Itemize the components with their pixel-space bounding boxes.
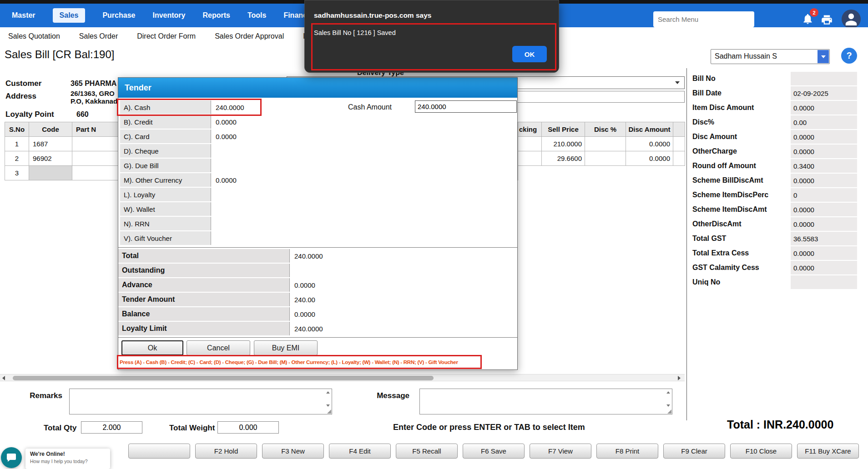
col-header-extra — [673, 122, 685, 137]
payment-label: W). Wallet — [120, 202, 211, 216]
col-header-disc-amount[interactable]: Disc Amount — [626, 122, 673, 137]
subnav-sales-order-approval[interactable]: Sales Order Approval — [215, 32, 284, 40]
payment-row-loyalty[interactable]: L). Loyalty — [120, 188, 270, 201]
nav-item-sales[interactable]: Sales — [53, 8, 86, 23]
col-header-packing[interactable]: cking — [518, 122, 542, 137]
panel-value: 0.0000 — [791, 101, 857, 115]
col-header-code[interactable]: Code — [29, 122, 72, 137]
total-weight-label: Total Weight — [169, 424, 215, 433]
payment-row-credit[interactable]: B). Credit0.0000 — [120, 115, 270, 129]
resize-handle[interactable] — [327, 409, 331, 414]
horizontal-scrollbar[interactable] — [0, 374, 685, 381]
user-avatar[interactable] — [842, 10, 861, 29]
panel-value: 36.5583 — [791, 232, 857, 245]
f4-edit-button[interactable]: F4 Edit — [329, 444, 391, 459]
cell-code-active[interactable] — [29, 166, 72, 180]
scroll-left-icon[interactable] — [2, 376, 5, 380]
f7-view-button[interactable]: F7 View — [530, 444, 591, 459]
f10-close-button[interactable]: F10 Close — [730, 444, 792, 459]
nav-item-reports[interactable]: Reports — [202, 11, 230, 20]
cell-disc-pct[interactable] — [585, 151, 626, 166]
col-header-sno[interactable]: S.No — [5, 122, 29, 137]
resize-handle[interactable] — [667, 409, 671, 414]
payment-row-other-currency[interactable]: M). Other Currency0.0000 — [120, 173, 270, 187]
chevron-down-icon — [675, 81, 680, 84]
tender-payment-list: A). Cash240.0000 B). Credit0.0000 C). Ca… — [120, 100, 270, 246]
loyalty-point-value: 660 — [76, 110, 89, 119]
cell-sell-price[interactable]: 210.0000 — [542, 137, 585, 151]
payment-label: V). Gift Voucher — [120, 231, 211, 245]
message-input[interactable] — [420, 389, 672, 414]
loyalty-point-label: Loyalty Point — [5, 110, 54, 119]
cell-packing[interactable] — [518, 151, 542, 166]
cell-disc-pct[interactable] — [585, 137, 626, 151]
total-weight-input[interactable] — [217, 421, 279, 434]
total-qty-label: Total Qty — [44, 424, 76, 433]
chat-widget-button[interactable] — [1, 447, 22, 468]
summary-label: Total — [118, 249, 290, 263]
cell-disc-amount[interactable]: 0.0000 — [626, 137, 673, 151]
search-input[interactable] — [653, 11, 754, 27]
scroll-up-icon[interactable] — [666, 391, 670, 394]
panel-value: 02-09-2025 — [791, 86, 857, 100]
payment-row-rrn[interactable]: N). RRN — [120, 217, 270, 230]
payment-row-cheque[interactable]: D). Cheque — [120, 144, 270, 158]
cell-packing[interactable] — [518, 137, 542, 151]
scroll-down-icon[interactable] — [666, 404, 670, 407]
nav-item-master[interactable]: Master — [12, 11, 35, 20]
col-header-disc-pct[interactable]: Disc % — [585, 122, 626, 137]
f2-hold-button[interactable]: F2 Hold — [195, 444, 257, 459]
dialog-ok-button[interactable]: OK — [512, 46, 547, 62]
dialog-message-text: Sales Bill No [ 1216 ] Saved — [314, 29, 396, 36]
chevron-down-icon[interactable] — [818, 50, 829, 63]
cell-code[interactable]: 96902 — [29, 151, 72, 166]
f11-buy-xcare-button[interactable]: F11 Buy XCare — [797, 444, 859, 459]
panel-label: GST Calamity Cess — [691, 264, 791, 272]
printer-icon[interactable] — [821, 14, 833, 26]
f8-print-button[interactable]: F8 Print — [596, 444, 658, 459]
payment-label: L). Loyalty — [120, 188, 211, 201]
cell-code[interactable]: 1687 — [29, 137, 72, 151]
nav-item-inventory[interactable]: Inventory — [152, 11, 185, 20]
scrollbar-thumb[interactable] — [13, 376, 434, 380]
scroll-up-icon[interactable] — [326, 391, 330, 394]
nav-item-tools[interactable]: Tools — [247, 11, 266, 20]
scroll-down-icon[interactable] — [326, 404, 330, 407]
total-qty-input[interactable] — [81, 421, 142, 434]
help-button[interactable]: ? — [841, 48, 857, 64]
subnav-direct-order-form[interactable]: Direct Order Form — [137, 32, 196, 40]
chat-status-card[interactable]: We're Online! How may I help you today? — [25, 449, 110, 469]
remarks-input[interactable] — [70, 389, 332, 414]
payment-row-card[interactable]: C). Card0.0000 — [120, 130, 270, 143]
tender-buy-emi-button[interactable]: Buy EMI — [254, 340, 318, 355]
payment-row-due-bill[interactable]: G). Due Bill — [120, 159, 270, 172]
tender-ok-button[interactable]: Ok — [121, 340, 183, 355]
col-header-sell-price[interactable]: Sell Price — [542, 122, 585, 137]
cell-sell-price[interactable]: 29.6600 — [542, 151, 585, 166]
subnav-sales-quotation[interactable]: Sales Quotation — [8, 32, 60, 40]
subnav-sales-order[interactable]: Sales Order — [79, 32, 118, 40]
remarks-label: Remarks — [26, 391, 62, 400]
f5-recall-button[interactable]: F5 Recall — [396, 444, 458, 459]
cell-sno: 1 — [5, 137, 29, 151]
cash-amount-input[interactable] — [415, 100, 517, 113]
divider — [118, 337, 517, 338]
panel-row: Scheme BillDiscAmt0.0000 — [691, 174, 868, 187]
user-select-dropdown[interactable]: Sadham Hussain S — [711, 49, 830, 64]
nav-item-purchase[interactable]: Purchase — [102, 11, 135, 20]
tender-cancel-button[interactable]: Cancel — [187, 340, 250, 355]
payment-row-cash[interactable]: A). Cash240.0000 — [120, 100, 270, 114]
summary-value: 240.0000 — [290, 322, 381, 335]
f9-clear-button[interactable]: F9 Clear — [663, 444, 725, 459]
f3-new-button[interactable]: F3 New — [262, 444, 324, 459]
scroll-right-icon[interactable] — [678, 376, 681, 380]
panel-row: Total Extra Cess0.0000 — [691, 246, 868, 260]
cell-disc-amount[interactable]: 0.0000 — [626, 151, 673, 166]
fkey-blank-button[interactable] — [128, 444, 190, 459]
payment-label: A). Cash — [120, 100, 211, 114]
payment-row-gift-voucher[interactable]: V). Gift Voucher — [120, 231, 270, 245]
f6-save-button[interactable]: F6 Save — [463, 444, 525, 459]
payment-row-wallet[interactable]: W). Wallet — [120, 202, 270, 216]
payment-value: 0.0000 — [211, 130, 270, 143]
payment-label: D). Cheque — [120, 144, 211, 158]
